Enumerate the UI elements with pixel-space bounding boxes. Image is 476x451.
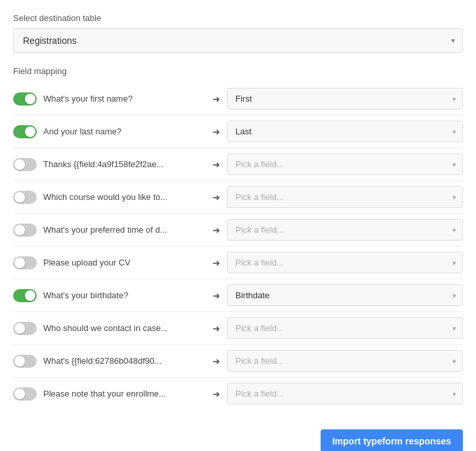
table-row: What's {{field:62786b048df90...➜Pick a f… [13, 345, 463, 378]
table-row: Please note that your enrollme...➜Pick a… [13, 378, 463, 410]
field-mapping-select[interactable]: Pick a field... [227, 153, 463, 175]
destination-select-wrapper: Registrations ▾ [13, 28, 463, 53]
field-name-label: What's your first name? [43, 94, 206, 104]
table-row: And your last name?➜Last▾ [13, 115, 463, 148]
arrow-icon: ➜ [212, 192, 220, 203]
arrow-icon: ➜ [212, 290, 220, 301]
toggle-track[interactable] [13, 158, 37, 171]
field-mapping-select[interactable]: Pick a field... [227, 317, 463, 339]
footer: Import typeform responses [13, 423, 463, 451]
mapping-rows-container: What's your first name?➜First▾And your l… [13, 83, 463, 410]
toggle-switch[interactable] [13, 224, 37, 237]
field-select-wrapper: Pick a field...▾ [227, 219, 463, 241]
toggle-track[interactable] [13, 355, 37, 368]
field-name-label: Which course would you like to... [43, 192, 206, 202]
arrow-icon: ➜ [212, 127, 220, 137]
table-row: What's your preferred time of d...➜Pick … [13, 214, 463, 246]
field-select-wrapper: Pick a field...▾ [227, 350, 463, 372]
destination-select[interactable]: Registrations [13, 28, 463, 53]
toggle-track[interactable] [13, 125, 37, 138]
field-mapping-select[interactable]: Birthdate [227, 284, 463, 306]
table-row: Thanks {{field:4a9f158fe2f2ae...➜Pick a … [13, 148, 463, 181]
field-select-wrapper: First▾ [227, 88, 463, 109]
field-name-label: Who should we contact in case... [43, 323, 206, 333]
field-select-wrapper: Pick a field...▾ [227, 383, 463, 404]
table-row: Please upload your CV➜Pick a field...▾ [13, 246, 463, 279]
field-name-label: And your last name? [43, 127, 206, 136]
table-row: Which course would you like to...➜Pick a… [13, 181, 463, 214]
field-select-wrapper: Pick a field...▾ [227, 153, 463, 175]
toggle-track[interactable] [13, 191, 37, 204]
toggle-switch[interactable] [13, 289, 37, 302]
arrow-icon: ➜ [212, 258, 220, 268]
toggle-track[interactable] [13, 387, 37, 401]
field-mapping-select[interactable]: Pick a field... [227, 252, 463, 273]
field-name-label: Please upload your CV [43, 258, 206, 267]
destination-label: Select destination table [13, 13, 463, 23]
toggle-knob [14, 356, 25, 366]
field-select-wrapper: Pick a field...▾ [227, 252, 463, 273]
toggle-knob [25, 127, 35, 137]
field-mapping-select[interactable]: Pick a field... [227, 383, 463, 404]
toggle-switch[interactable] [13, 322, 37, 335]
field-select-wrapper: Pick a field...▾ [227, 317, 463, 339]
arrow-icon: ➜ [212, 225, 220, 235]
toggle-switch[interactable] [13, 92, 37, 106]
field-select-wrapper: Birthdate▾ [227, 284, 463, 306]
toggle-track[interactable] [13, 322, 37, 335]
toggle-switch[interactable] [13, 191, 37, 204]
section-destination: Select destination table Registrations ▾ [13, 13, 463, 53]
toggle-switch[interactable] [13, 355, 37, 368]
toggle-track[interactable] [13, 256, 37, 269]
field-mapping-section: Field mapping What's your first name?➜Fi… [13, 66, 463, 410]
toggle-track[interactable] [13, 289, 37, 302]
field-select-wrapper: Pick a field...▾ [227, 186, 463, 208]
field-name-label: What's your birthdate? [43, 290, 206, 300]
toggle-knob [25, 94, 35, 104]
field-name-label: Thanks {{field:4a9f158fe2f2ae... [43, 159, 206, 169]
field-name-label: Please note that your enrollme... [43, 389, 206, 399]
toggle-knob [14, 159, 25, 170]
import-button[interactable]: Import typeform responses [321, 429, 463, 451]
toggle-track[interactable] [13, 224, 37, 237]
toggle-knob [14, 258, 25, 268]
toggle-switch[interactable] [13, 387, 37, 401]
toggle-knob [14, 389, 25, 399]
field-mapping-select[interactable]: First [227, 88, 463, 109]
field-name-label: What's your preferred time of d... [43, 225, 206, 235]
toggle-knob [14, 323, 25, 334]
field-select-wrapper: Last▾ [227, 121, 463, 142]
field-name-label: What's {{field:62786b048df90... [43, 356, 206, 366]
arrow-icon: ➜ [212, 389, 220, 399]
toggle-knob [25, 290, 35, 301]
toggle-knob [14, 192, 25, 203]
toggle-switch[interactable] [13, 125, 37, 138]
field-mapping-select[interactable]: Last [227, 121, 463, 142]
table-row: What's your first name?➜First▾ [13, 83, 463, 115]
field-mapping-select[interactable]: Pick a field... [227, 350, 463, 372]
arrow-icon: ➜ [212, 323, 220, 334]
table-row: What's your birthdate?➜Birthdate▾ [13, 279, 463, 312]
arrow-icon: ➜ [212, 356, 220, 366]
table-row: Who should we contact in case...➜Pick a … [13, 312, 463, 345]
toggle-track[interactable] [13, 92, 37, 106]
field-mapping-select[interactable]: Pick a field... [227, 186, 463, 208]
toggle-switch[interactable] [13, 256, 37, 269]
field-mapping-select[interactable]: Pick a field... [227, 219, 463, 241]
arrow-icon: ➜ [212, 94, 220, 104]
field-mapping-label: Field mapping [13, 66, 463, 76]
toggle-knob [14, 225, 25, 235]
toggle-switch[interactable] [13, 158, 37, 171]
arrow-icon: ➜ [212, 159, 220, 170]
